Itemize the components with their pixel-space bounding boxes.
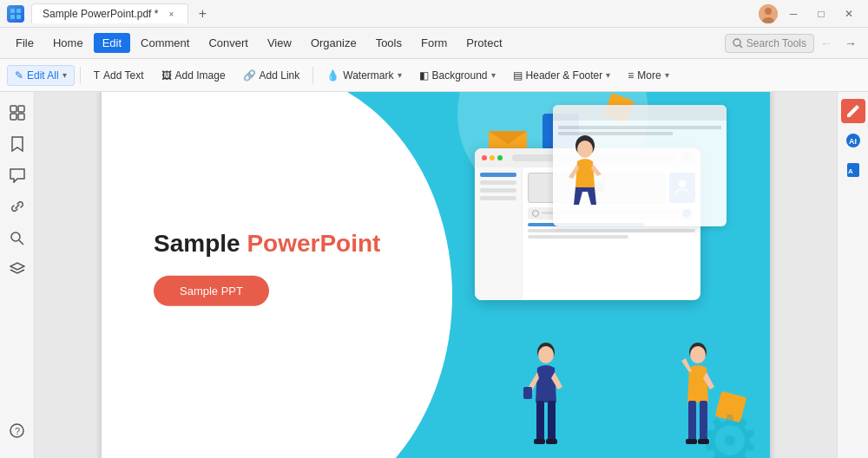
- svg-rect-26: [534, 439, 545, 444]
- screen-sidebar-item-blue: [480, 173, 516, 177]
- chevron-down-icon: ▾: [606, 70, 610, 80]
- new-tab-button[interactable]: +: [192, 3, 213, 24]
- menu-convert[interactable]: Convert: [200, 33, 257, 53]
- svg-point-30: [690, 346, 706, 363]
- sidebar-icon-layers[interactable]: [3, 255, 31, 283]
- slide-button[interactable]: Sample PPT: [154, 275, 269, 305]
- svg-rect-0: [10, 9, 15, 13]
- search-tools-input[interactable]: Search Tools: [725, 34, 814, 53]
- screen-sidebar-item-1: [480, 180, 516, 185]
- sidebar-icon-comments[interactable]: [3, 161, 31, 189]
- active-tab[interactable]: Sample PowerPoint.pdf * ×: [31, 3, 188, 23]
- svg-rect-9: [10, 106, 16, 112]
- edit-all-button[interactable]: ✎ Edit All ▾: [7, 65, 75, 86]
- sidebar-icon-help[interactable]: ?: [3, 416, 31, 444]
- gear-decoration: ⚙: [699, 407, 761, 459]
- image-icon: 🖼: [161, 69, 172, 82]
- menu-comment[interactable]: Comment: [132, 33, 198, 53]
- svg-rect-25: [548, 401, 556, 442]
- svg-line-8: [740, 45, 742, 48]
- svg-rect-2: [10, 15, 15, 19]
- chevron-down-icon: ▾: [62, 70, 67, 80]
- svg-rect-11: [10, 114, 16, 120]
- svg-text:AI: AI: [849, 137, 857, 146]
- svg-rect-33: [686, 439, 697, 444]
- svg-rect-1: [16, 9, 21, 13]
- slide-background: Sample PowerPoint Sample PPT: [102, 92, 770, 458]
- screen-search-circle: [532, 210, 539, 217]
- pdf-page: Sample PowerPoint Sample PPT: [102, 92, 770, 458]
- svg-rect-28: [523, 387, 532, 399]
- svg-rect-3: [16, 15, 21, 19]
- add-text-icon: T: [94, 69, 100, 82]
- sidebar-icon-search[interactable]: [3, 224, 31, 252]
- back-arrow[interactable]: ←: [816, 33, 837, 54]
- chevron-down-icon: ▾: [398, 70, 402, 80]
- close-tab-button[interactable]: ×: [165, 8, 177, 20]
- svg-rect-24: [536, 401, 544, 442]
- tab-title: Sample PowerPoint.pdf *: [43, 8, 158, 20]
- watermark-icon: 💧: [326, 69, 339, 82]
- svg-text:A: A: [848, 167, 853, 175]
- nav-arrows: ← →: [816, 33, 861, 54]
- slide-title-red: PowerPoint: [247, 230, 380, 257]
- menu-edit[interactable]: Edit: [94, 33, 130, 53]
- menu-protect[interactable]: Protect: [457, 33, 510, 53]
- screen-dot-yellow: [490, 155, 495, 160]
- more-button[interactable]: ≡ More ▾: [620, 65, 676, 86]
- watermark-button[interactable]: 💧 Watermark ▾: [319, 65, 409, 86]
- header-icon: ▤: [513, 69, 523, 82]
- menu-form[interactable]: Form: [412, 33, 456, 53]
- menu-organize[interactable]: Organize: [302, 33, 365, 53]
- svg-point-13: [11, 232, 20, 241]
- screen-sidebar-item-2: [480, 188, 516, 193]
- title-bar: Sample PowerPoint.pdf * × + ─ □ ✕: [0, 0, 868, 28]
- figure-sitting: [562, 135, 609, 218]
- maximize-button[interactable]: □: [809, 4, 833, 23]
- close-window-button[interactable]: ✕: [837, 4, 861, 23]
- screen-line-3: [528, 235, 628, 239]
- svg-point-7: [733, 39, 740, 46]
- sidebar-icon-thumbnails[interactable]: [3, 99, 31, 127]
- menu-tools[interactable]: Tools: [367, 33, 411, 53]
- svg-text:?: ?: [15, 426, 20, 436]
- forward-arrow[interactable]: →: [840, 33, 861, 54]
- menu-home[interactable]: Home: [44, 33, 92, 53]
- svg-point-21: [577, 141, 593, 158]
- sidebar-icon-links[interactable]: [3, 193, 31, 220]
- menu-file[interactable]: File: [7, 33, 43, 53]
- divider2: [312, 67, 313, 84]
- edit-icon: ✎: [15, 69, 23, 82]
- chevron-down-icon: ▾: [491, 70, 496, 80]
- background-button[interactable]: ◧ Background ▾: [411, 65, 503, 86]
- right-panel-ai-icon[interactable]: AI: [841, 128, 865, 153]
- slide-title-black: Sample: [154, 230, 240, 257]
- screen-sidebar-item-3: [480, 196, 516, 200]
- divider: [80, 67, 81, 84]
- minimize-button[interactable]: ─: [781, 4, 806, 23]
- add-text-button[interactable]: T Add Text: [86, 65, 152, 86]
- menu-bar: File Home Edit Comment Convert View Orga…: [0, 28, 868, 59]
- profile-icon[interactable]: [759, 4, 778, 23]
- header-footer-button[interactable]: ▤ Header & Footer ▾: [505, 65, 619, 86]
- svg-rect-12: [18, 114, 24, 120]
- right-panel: AI A: [837, 92, 868, 458]
- window-controls: ─ □ ✕: [759, 4, 861, 23]
- content-area[interactable]: Sample PowerPoint Sample PPT: [35, 92, 837, 458]
- svg-point-23: [538, 346, 554, 363]
- main-area: ? Sample PowerPoint Sample PPT: [0, 92, 868, 458]
- left-sidebar: ?: [0, 92, 35, 458]
- svg-rect-10: [18, 106, 24, 112]
- right-panel-doc-icon[interactable]: A: [841, 158, 865, 182]
- envelope-flap: [489, 131, 527, 144]
- add-image-button[interactable]: 🖼 Add Image: [154, 65, 233, 86]
- search-placeholder: Search Tools: [746, 37, 806, 49]
- svg-rect-27: [546, 439, 557, 444]
- menu-view[interactable]: View: [259, 33, 300, 53]
- search-icon: [733, 38, 743, 49]
- right-panel-edit-icon[interactable]: [841, 99, 865, 123]
- figure-standing-left: [523, 342, 570, 446]
- svg-line-14: [19, 240, 23, 245]
- add-link-button[interactable]: 🔗 Add Link: [235, 65, 308, 86]
- sidebar-icon-bookmarks[interactable]: [3, 130, 31, 158]
